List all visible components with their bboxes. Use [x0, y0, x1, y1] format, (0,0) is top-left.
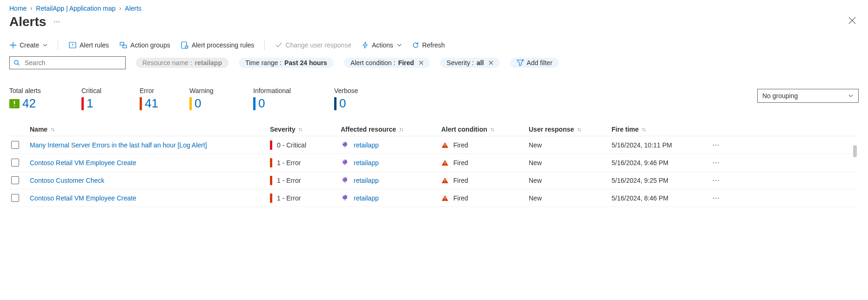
- table-header: Name↑↓ Severity↑↓ Affected resource↑↓ Al…: [9, 123, 859, 136]
- insights-icon: [341, 159, 349, 167]
- breadcrumb-current[interactable]: Alerts: [125, 5, 141, 12]
- summary-info-value: 0: [258, 96, 265, 111]
- summary-warning-value: 0: [195, 96, 201, 111]
- severity-text: 0 - Critical: [277, 141, 306, 149]
- alert-rules-label: Alert rules: [80, 41, 109, 49]
- filter-icon: +: [517, 60, 524, 66]
- row-menu-icon[interactable]: ⋯: [702, 176, 722, 185]
- resource-link[interactable]: retailapp: [354, 194, 379, 202]
- filter-resource-value: retailapp: [195, 59, 222, 67]
- table-row[interactable]: Contoso Retail VM Employee Create1 - Err…: [9, 154, 859, 172]
- row-checkbox[interactable]: [11, 194, 19, 202]
- change-user-response-label: Change user response: [285, 41, 351, 49]
- svg-rect-2: [123, 45, 127, 48]
- grouping-dropdown[interactable]: No grouping: [757, 89, 859, 103]
- summary-critical[interactable]: Critical 1: [81, 87, 140, 111]
- resource-link[interactable]: retailapp: [354, 177, 379, 184]
- response-text: New: [529, 177, 542, 184]
- search-input-wrap[interactable]: [9, 56, 126, 69]
- insights-icon: [341, 194, 349, 202]
- breadcrumb-home[interactable]: Home: [9, 5, 27, 12]
- summary-total[interactable]: Total alerts 42: [9, 87, 81, 111]
- alert-name-link[interactable]: Contoso Retail VM Employee Create: [30, 159, 136, 167]
- alert-processing-rules-button[interactable]: Alert processing rules: [181, 41, 255, 49]
- summary-verbose[interactable]: Verbose 0: [334, 87, 404, 111]
- scroll-thumb[interactable]: [853, 145, 857, 157]
- resource-link[interactable]: retailapp: [354, 141, 379, 149]
- filter-condition-label: Alert condition :: [350, 59, 396, 67]
- summary-informational[interactable]: Informational 0: [253, 87, 334, 111]
- table-row[interactable]: Many Internal Server Errors in the last …: [9, 136, 859, 154]
- resource-link[interactable]: retailapp: [354, 159, 379, 167]
- response-text: New: [529, 141, 542, 149]
- chevron-right-icon: ›: [119, 5, 121, 12]
- svg-point-5: [14, 60, 18, 64]
- alert-rules-button[interactable]: Alert rules: [68, 41, 109, 49]
- column-severity[interactable]: Severity↑↓: [270, 126, 341, 133]
- alert-name-link[interactable]: Contoso Customer Check: [30, 177, 104, 184]
- column-resource-label: Affected resource: [341, 126, 396, 133]
- row-menu-icon[interactable]: ⋯: [702, 193, 722, 202]
- chevron-down-icon: [848, 93, 854, 99]
- summary-verbose-value: 0: [339, 96, 346, 111]
- severity-bar-icon: [189, 97, 192, 110]
- table-row[interactable]: Contoso Customer Check1 - Errorretailapp…: [9, 172, 859, 189]
- row-menu-icon[interactable]: ⋯: [702, 140, 722, 149]
- filter-alert-condition[interactable]: Alert condition : Fired: [344, 58, 430, 68]
- svg-rect-13: [344, 181, 346, 183]
- alert-name-link[interactable]: Contoso Retail VM Employee Create: [30, 194, 136, 202]
- chevron-down-icon: [397, 43, 402, 47]
- filter-severity[interactable]: Severity : all: [440, 58, 500, 68]
- svg-rect-9: [344, 146, 346, 147]
- search-icon: [13, 60, 20, 66]
- more-icon[interactable]: ⋯: [54, 18, 61, 26]
- alert-name-link[interactable]: Many Internal Server Errors in the last …: [30, 141, 207, 149]
- summary-critical-label: Critical: [81, 87, 140, 94]
- summary-critical-value: 1: [87, 96, 93, 111]
- row-menu-icon[interactable]: ⋯: [702, 158, 722, 167]
- sort-icon: ↑↓: [298, 126, 302, 133]
- row-checkbox[interactable]: [11, 176, 19, 184]
- close-icon[interactable]: [846, 14, 859, 29]
- column-name[interactable]: Name↑↓: [30, 126, 270, 133]
- filter-time-range[interactable]: Time range : Past 24 hours: [239, 58, 334, 68]
- insights-icon: [341, 141, 349, 149]
- refresh-icon: [412, 41, 419, 49]
- condition-text: Fired: [453, 141, 468, 149]
- breadcrumb-app[interactable]: RetailApp | Application map: [36, 5, 115, 12]
- sort-icon: ↑↓: [50, 126, 54, 133]
- alert-rules-icon: [68, 41, 77, 49]
- add-filter-button[interactable]: + Add filter: [510, 58, 559, 68]
- column-response[interactable]: User response↑↓: [529, 126, 612, 133]
- breadcrumb: Home › RetailApp | Application map › Ale…: [9, 3, 859, 13]
- sort-icon: ↑↓: [641, 126, 645, 133]
- warning-icon: [441, 141, 449, 149]
- lightning-icon: [362, 41, 369, 49]
- create-button[interactable]: Create: [9, 41, 47, 49]
- actions-button[interactable]: Actions: [362, 41, 402, 49]
- column-response-label: User response: [529, 126, 574, 133]
- fire-time-text: 5/16/2024, 10:11 PM: [612, 141, 672, 149]
- filter-severity-label: Severity :: [447, 59, 474, 67]
- row-checkbox[interactable]: [11, 159, 19, 167]
- grouping-value: No grouping: [762, 92, 798, 100]
- remove-filter-icon[interactable]: [487, 59, 493, 67]
- warning-icon: [441, 177, 449, 184]
- summary-warning[interactable]: Warning 0: [189, 87, 253, 111]
- column-time[interactable]: Fire time↑↓: [612, 126, 702, 133]
- filter-time-label: Time range :: [245, 59, 282, 67]
- severity-text: 1 - Error: [277, 194, 301, 202]
- column-condition[interactable]: Alert condition↑↓: [441, 126, 529, 133]
- column-resource[interactable]: Affected resource↑↓: [341, 126, 441, 133]
- filter-row: Resource name : retailapp Time range : P…: [9, 54, 859, 69]
- create-label: Create: [20, 41, 39, 49]
- summary-verbose-label: Verbose: [334, 87, 404, 94]
- table-row[interactable]: Contoso Retail VM Employee Create1 - Err…: [9, 189, 859, 207]
- summary-error[interactable]: Error 41: [140, 87, 189, 111]
- remove-filter-icon[interactable]: [417, 59, 424, 67]
- search-input[interactable]: [24, 59, 121, 67]
- severity-bar-icon: [270, 158, 272, 167]
- refresh-button[interactable]: Refresh: [412, 41, 445, 49]
- action-groups-button[interactable]: Action groups: [119, 41, 170, 49]
- row-checkbox[interactable]: [11, 141, 19, 149]
